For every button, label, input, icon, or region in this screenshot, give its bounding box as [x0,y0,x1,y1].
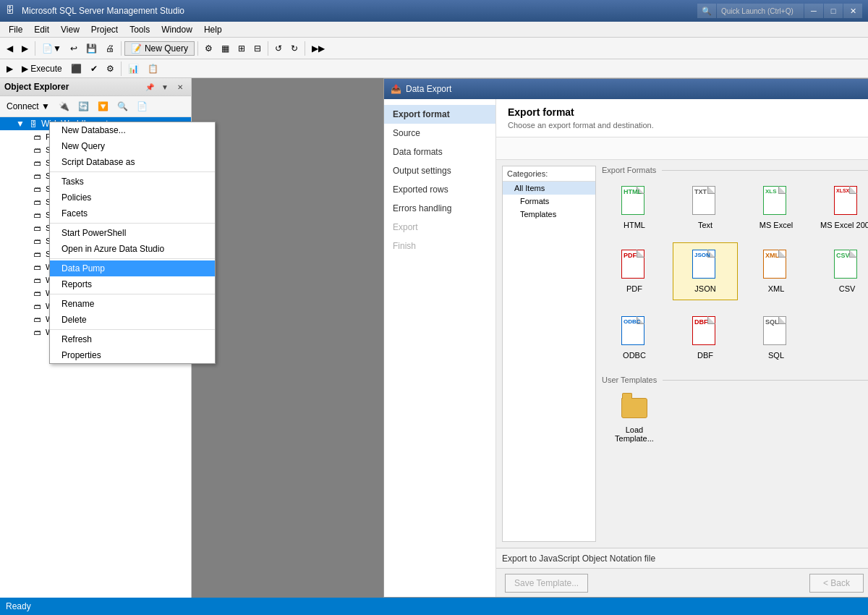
toolbar-btn-7[interactable]: ⊞ [234,40,249,57]
minimize-button[interactable]: ─ [804,4,823,18]
parse-button[interactable]: ✔ [87,60,101,77]
toolbar2-btn4[interactable]: 📋 [144,60,162,77]
dialog-footer: Save Template... < Back Next > Export Ca… [496,568,868,597]
menu-edit[interactable]: Edit [28,23,55,36]
oe-connect-button[interactable]: Connect ▼ [3,98,54,115]
category-templates[interactable]: Templates [503,208,595,221]
format-csv[interactable]: CSV CSV [814,242,868,300]
odbc-formats-grid: ODBC ODBC DBF [602,309,868,367]
text-icon: TXT [692,186,718,218]
stop-button[interactable]: ⬛ [67,60,85,77]
format-text[interactable]: TXT Text [673,179,738,237]
connect-label: Connect ▼ [7,101,50,111]
toolbar-btn-1[interactable]: 📄▼ [38,40,65,57]
toolbar-btn-4[interactable]: 🖨 [102,40,118,57]
oe-pin-button[interactable]: 📌 [143,80,156,93]
menu-project[interactable]: Project [85,23,124,36]
oe-search-button[interactable]: 🔍 [114,98,132,115]
nav-output-settings[interactable]: Output settings [384,161,495,180]
categories-label: Categories: [503,166,595,182]
context-menu-item-properties[interactable]: Properties [50,347,215,363]
json-icon: JSON [692,250,718,281]
toolbar2-btn3[interactable]: 📊 [124,60,142,77]
format-sql[interactable]: SQL SQL [744,309,809,367]
nav-data-formats[interactable]: Data formats [384,143,495,161]
new-query-button[interactable]: 📝 New Query [124,41,195,56]
menu-file[interactable]: File [3,23,28,36]
excel2007-label: MS Excel 2007 [820,221,868,229]
format-pdf[interactable]: PDF PDF [602,242,667,300]
object-explorer-header: Object Explorer 📌 ▼ ✕ [0,78,191,96]
oe-dropdown-button[interactable]: ▼ [158,80,171,93]
menu-window[interactable]: Window [156,23,198,36]
context-menu-item-data-pump[interactable]: Data Pump [50,260,215,276]
oe-filter-button[interactable]: 🔽 [94,98,112,115]
oe-refresh-button[interactable]: 🔄 [75,98,93,115]
debug-button[interactable]: ▶▶ [308,40,328,57]
dialog-status: Export to JavaScript Object Notation fil… [496,548,868,568]
nav-export-format[interactable]: Export format [384,105,495,124]
menu-bar: File Edit View Project Tools Window Help [0,22,868,38]
context-menu-item-new-database[interactable]: New Database... [50,122,215,138]
context-menu-item-script-database[interactable]: Script Database as [50,154,215,170]
toolbar-btn-3[interactable]: 💾 [82,40,101,57]
sql-label: SQL [768,351,784,360]
context-menu: New Database... New Query Script Databas… [49,122,216,364]
context-menu-item-reports[interactable]: Reports [50,276,215,292]
format-xml[interactable]: XML XML [744,242,809,300]
format-ms-excel[interactable]: XLS MS Excel [744,179,809,237]
categories-panel: Categories: All Items Formats Templates [502,166,596,542]
data-export-dialog: 📤 Data Export ─ □ ✕ Export format Source… [383,78,868,598]
menu-tools[interactable]: Tools [124,23,156,36]
oe-disconnect-button[interactable]: 🔌 [55,98,73,115]
context-menu-item-start-powershell[interactable]: Start PowerShell [50,225,215,241]
execute-button[interactable]: ▶ Execute [18,60,66,77]
format-odbc[interactable]: ODBC ODBC [602,309,667,367]
app-title: Microsoft SQL Server Management Studio [22,6,697,16]
toolbar-btn-2[interactable]: ↩ [67,40,81,57]
restore-button[interactable]: □ [824,4,843,18]
quick-launch-input[interactable]: Quick Launch (Ctrl+Q) [721,7,793,15]
csv-icon: CSV [834,250,860,281]
menu-help[interactable]: Help [198,23,228,36]
context-menu-item-delete[interactable]: Delete [50,312,215,328]
context-menu-item-refresh[interactable]: Refresh [50,331,215,347]
xml-label: XML [768,284,785,293]
context-menu-item-facets[interactable]: Facets [50,205,215,221]
category-formats[interactable]: Formats [503,195,595,208]
toolbar2-btn2[interactable]: ⚙ [103,60,118,77]
toolbar-btn-6[interactable]: ▦ [218,40,233,57]
redo-button[interactable]: ↻ [287,40,302,57]
dialog-nav: Export format Source Data formats Output… [384,99,496,597]
dialog-title: Data Export [406,84,868,94]
context-menu-item-rename[interactable]: Rename [50,296,215,312]
context-menu-item-open-azure[interactable]: Open in Azure Data Studio [50,241,215,257]
format-html[interactable]: HTML HTML [602,179,667,237]
oe-close-button[interactable]: ✕ [174,80,187,93]
category-all-items[interactable]: All Items [503,182,595,195]
oe-new-button[interactable]: 📄 [133,98,151,115]
dialog-formats-area: Categories: All Items Formats Templates … [496,160,868,548]
close-button[interactable]: ✕ [843,4,862,18]
forward-button[interactable]: ▶ [18,40,32,57]
context-menu-sep-1 [50,171,215,172]
menu-view[interactable]: View [55,23,85,36]
format-json[interactable]: JSON JSON [673,242,738,300]
context-menu-item-tasks[interactable]: Tasks [50,174,215,190]
load-template-btn[interactable]: Load Template... [602,389,667,446]
undo-button[interactable]: ↺ [271,40,286,57]
toolbar-btn-8[interactable]: ⊟ [250,40,265,57]
toolbar-btn-5[interactable]: ⚙ [201,40,216,57]
search-icon[interactable]: 🔍 [697,4,716,18]
format-dbf[interactable]: DBF DBF [673,309,738,367]
format-ms-excel-2007[interactable]: XLSX MS Excel 2007 [814,179,868,237]
context-menu-item-policies[interactable]: Policies [50,190,215,205]
context-menu-item-new-query[interactable]: New Query [50,138,215,154]
nav-errors-handling[interactable]: Errors handling [384,199,495,218]
nav-exported-rows[interactable]: Exported rows [384,180,495,199]
back-button[interactable]: ◀ [3,40,17,57]
oe-toolbar: Connect ▼ 🔌 🔄 🔽 🔍 📄 [0,96,191,117]
dialog-header-desc: Choose an export format and destination. [508,121,868,130]
toolbar2-btn1[interactable]: ▶ [3,60,17,77]
nav-source[interactable]: Source [384,124,495,143]
